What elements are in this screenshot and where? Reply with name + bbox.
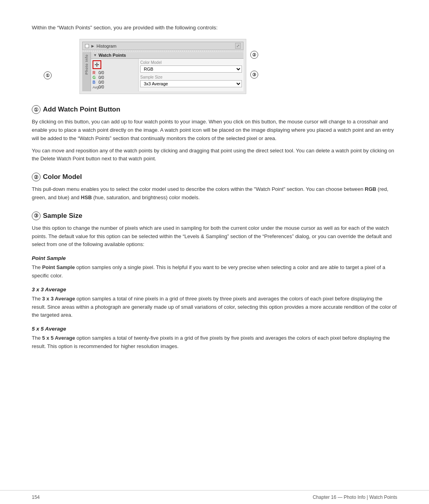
page: Within the “Watch Points” section, you a…	[0, 0, 429, 387]
r-label: R	[93, 71, 97, 75]
ui-main-row: Photo Info ▼ Watch Points ✛	[82, 52, 243, 91]
watch-points-left-panel: ✛ R 0/0 G 0/0	[91, 59, 139, 91]
callout-2-marker: ②	[250, 51, 258, 59]
avg-label: Avg	[93, 85, 97, 89]
section-1-para-2: You can move and reposition any of the w…	[32, 147, 397, 164]
3x3-text: The 3 x 3 Average option samples a total…	[32, 295, 397, 319]
3x3-heading: 3 x 3 Average	[32, 287, 397, 292]
ui-panel: ▶ Histogram ⤢ Photo Info ▼ Watch Points	[79, 39, 246, 94]
watch-points-header: ▼ Watch Points	[91, 52, 243, 59]
subsection-5x5: 5 x 5 Average The 5 x 5 Average option s…	[32, 326, 397, 351]
subsection-3x3: 3 x 3 Average The 3 x 3 Average option s…	[32, 287, 397, 319]
point-sample-title: Point Sample	[32, 255, 66, 261]
callout-1-marker: ①	[44, 71, 52, 79]
sample-size-row: 3x3 Average Point Sample 5x5 Average	[140, 80, 242, 87]
ui-icon-resize: ⤢	[235, 43, 241, 49]
section-1-heading: ① Add Watch Point Button	[32, 105, 397, 114]
section-1: ① Add Watch Point Button By clicking on …	[32, 105, 397, 163]
color-model-label: Color Model	[140, 60, 242, 65]
section-1-title: Add Watch Point Button	[43, 106, 120, 113]
section-2-title: Color Model	[43, 173, 82, 181]
color-row-g: G 0/0	[93, 75, 137, 80]
5x5-heading: 5 x 5 Average	[32, 326, 397, 332]
section-2-heading: ② Color Model	[32, 173, 397, 181]
color-row-r: R 0/0	[93, 71, 137, 75]
r-value: 0/0	[99, 71, 104, 75]
footer-page-number: 154	[32, 494, 40, 500]
section-2: ② Color Model This pull-down menu enable…	[32, 173, 397, 202]
collapse-icon: ▼	[93, 53, 97, 57]
avg-value: 0/0	[99, 85, 104, 89]
ui-expand-icon: ▶	[91, 44, 94, 48]
ui-checkbox	[85, 44, 89, 48]
b-label: B	[93, 80, 97, 85]
color-model-row: RGB HSB	[140, 65, 242, 73]
color-row-avg: Avg 0/0	[93, 85, 137, 89]
add-watch-point-button[interactable]: ✛	[93, 60, 101, 69]
sidebar-label: Photo Info	[85, 54, 89, 75]
intro-text: Within the “Watch Points” section, you a…	[32, 24, 397, 32]
3x3-title: 3 x 3 Average	[32, 287, 66, 292]
sample-size-label: Sample Size	[140, 75, 242, 79]
section-1-number: ①	[32, 105, 41, 114]
subsection-point-sample: Point Sample The Point Sample option sam…	[32, 255, 397, 280]
color-rows: R 0/0 G 0/0 B 0/0	[93, 71, 137, 89]
section-3-para-1: Use this option to change the number of …	[32, 224, 397, 249]
5x5-text: The 5 x 5 Average option samples a total…	[32, 334, 397, 351]
watch-points-title: Watch Points	[99, 53, 126, 58]
histogram-label: Histogram	[97, 44, 116, 48]
b-value: 0/0	[99, 80, 104, 85]
g-label: G	[93, 75, 97, 80]
ui-content: ▼ Watch Points ✛ R 0/0	[91, 52, 243, 91]
section-3: ③ Sample Size Use this option to change …	[32, 212, 397, 351]
callout-3-marker: ③	[250, 71, 258, 79]
section-3-title: Sample Size	[43, 212, 82, 220]
separator	[82, 51, 243, 51]
watch-points-right-panel: Color Model RGB HSB Sample Size 3x3	[139, 59, 243, 91]
screenshot-wrapper: ① ② ③ ▶ Histogram ⤢ Photo Info	[56, 39, 254, 94]
section-3-heading: ③ Sample Size	[32, 212, 397, 220]
sample-size-select[interactable]: 3x3 Average Point Sample 5x5 Average	[140, 80, 242, 87]
watch-points-body: ✛ R 0/0 G 0/0	[91, 59, 243, 91]
g-value: 0/0	[99, 75, 104, 80]
footer-chapter: Chapter 16 — Photo Info | Watch Points	[313, 494, 397, 500]
section-2-para-1: This pull-down menu enables you to selec…	[32, 185, 397, 202]
section-2-number: ②	[32, 173, 41, 181]
ui-sidebar: Photo Info	[82, 52, 91, 91]
color-model-select[interactable]: RGB HSB	[140, 65, 242, 73]
section-1-para-1: By clicking on this button, you can add …	[32, 118, 397, 142]
5x5-title: 5 x 5 Average	[32, 326, 66, 332]
ui-top-bar: ▶ Histogram ⤢	[82, 42, 243, 50]
point-sample-heading: Point Sample	[32, 255, 397, 261]
color-row-b: B 0/0	[93, 80, 137, 85]
section-3-number: ③	[32, 212, 41, 220]
point-sample-text: The Point Sample option samples only a s…	[32, 264, 397, 280]
footer: 154 Chapter 16 — Photo Info | Watch Poin…	[0, 490, 429, 504]
